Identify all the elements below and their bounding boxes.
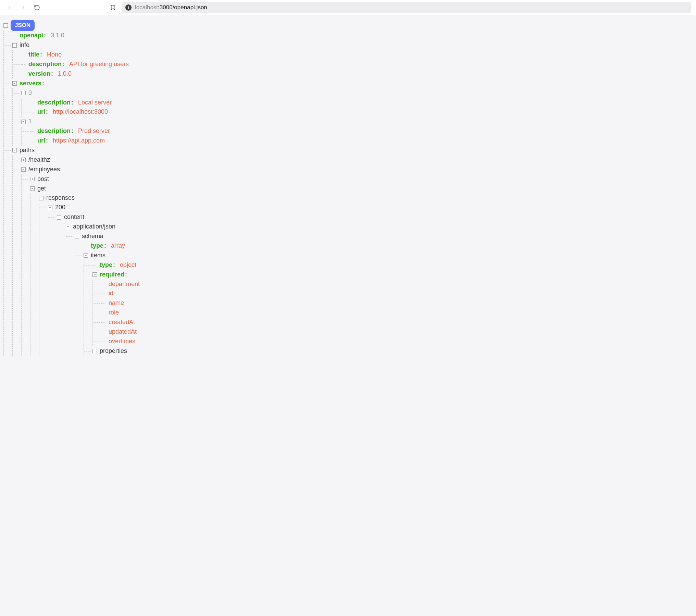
expand-toggle[interactable]: + <box>30 177 35 181</box>
collapse-toggle[interactable]: − <box>12 81 17 86</box>
tree-row[interactable]: − 200 <box>3 203 693 212</box>
bookmark-icon <box>110 4 116 11</box>
json-key: description <box>37 126 71 136</box>
tree-row[interactable]: − /employees <box>3 165 693 174</box>
reload-icon <box>34 4 40 11</box>
tree-row[interactable]: description: Local server <box>3 98 693 108</box>
json-key: post <box>37 174 49 184</box>
json-value: department <box>109 280 140 289</box>
json-key: description <box>37 98 71 108</box>
expand-toggle[interactable]: + <box>21 158 26 162</box>
collapse-toggle[interactable]: − <box>12 148 17 152</box>
json-key: url <box>37 136 45 146</box>
tree-row[interactable]: − responses <box>3 193 693 203</box>
tree-row[interactable]: title: Hono <box>3 50 693 60</box>
json-value: role <box>109 308 119 318</box>
collapse-toggle[interactable]: − <box>12 43 17 48</box>
json-value: API for greeting users <box>69 60 129 69</box>
url-host: localhost <box>135 4 158 11</box>
tree-row[interactable]: department <box>3 280 693 289</box>
collapse-toggle[interactable]: − <box>57 215 61 220</box>
json-key: /employees <box>28 165 60 174</box>
collapse-toggle[interactable]: − <box>3 23 8 28</box>
tree-row[interactable]: url: https://api.app.com <box>3 136 693 146</box>
collapse-toggle[interactable]: − <box>84 253 88 258</box>
tree-row[interactable]: overtimes <box>3 337 693 346</box>
browser-toolbar: i localhost:3000/openapi.json <box>0 0 696 15</box>
collapse-toggle[interactable]: − <box>21 167 26 172</box>
json-key: servers <box>20 79 41 88</box>
json-value: id <box>109 289 113 298</box>
collapse-toggle[interactable]: − <box>66 225 70 229</box>
collapse-toggle[interactable]: − <box>21 91 26 95</box>
json-value: array <box>111 241 125 251</box>
tree-row[interactable]: + /healthz <box>3 155 693 165</box>
json-value: object <box>120 260 136 270</box>
json-key: schema <box>82 232 103 241</box>
collapse-toggle[interactable]: − <box>92 272 97 277</box>
reload-button[interactable] <box>32 3 42 12</box>
chevron-right-icon <box>21 5 26 10</box>
json-key: info <box>20 40 29 50</box>
tree-row[interactable]: type: array <box>3 241 693 251</box>
json-value: http://localhost:3000 <box>53 107 108 117</box>
tree-row-root[interactable]: − JSON <box>3 20 693 31</box>
json-value: https://api.app.com <box>53 136 105 146</box>
tree-row[interactable]: − get <box>3 184 693 194</box>
json-key: /healthz <box>28 155 50 165</box>
json-value: name <box>109 298 124 308</box>
json-key: type <box>91 241 103 251</box>
json-value: updatedAt <box>109 327 137 337</box>
tree-row[interactable]: createdAt <box>3 318 693 327</box>
json-value: 1.0.0 <box>58 69 72 79</box>
tree-row[interactable]: openapi: 3.1.0 <box>3 31 693 40</box>
tree-row[interactable]: id <box>3 289 693 298</box>
tree-row[interactable]: description: API for greeting users <box>3 60 693 69</box>
collapse-toggle[interactable]: − <box>75 234 79 238</box>
site-info-icon[interactable]: i <box>125 4 132 11</box>
json-key: items <box>91 251 105 260</box>
json-key: paths <box>20 146 35 155</box>
collapse-toggle[interactable]: − <box>39 196 44 200</box>
collapse-toggle[interactable]: − <box>30 186 35 191</box>
tree-row[interactable]: − content <box>3 212 693 222</box>
json-key: 200 <box>55 203 65 212</box>
tree-row[interactable]: version: 1.0.0 <box>3 69 693 79</box>
url-text: localhost:3000/openapi.json <box>135 4 207 11</box>
json-key: title <box>28 50 39 60</box>
tree-row[interactable]: description: Prod server <box>3 126 693 136</box>
url-bar[interactable]: i localhost:3000/openapi.json <box>122 2 691 13</box>
tree-row[interactable]: − servers: <box>3 79 693 88</box>
url-port-path: :3000/openapi.json <box>158 4 207 11</box>
tree-row[interactable]: updatedAt <box>3 327 693 337</box>
json-key: url <box>37 107 45 117</box>
tree-row[interactable]: − properties <box>3 346 693 356</box>
tree-row[interactable]: − items <box>3 251 693 260</box>
tree-row[interactable]: role <box>3 308 693 318</box>
tree-row[interactable]: url: http://localhost:3000 <box>3 107 693 117</box>
tree-row[interactable]: name <box>3 298 693 308</box>
tree-row[interactable]: − 1 <box>3 117 693 126</box>
json-value: Local server <box>78 98 112 108</box>
json-value: createdAt <box>109 318 135 327</box>
collapse-toggle[interactable]: − <box>92 349 97 353</box>
tree-row[interactable]: − 0 <box>3 88 693 98</box>
bookmark-button[interactable] <box>108 3 118 12</box>
chevron-left-icon <box>7 5 12 10</box>
tree-row[interactable]: type: object <box>3 260 693 270</box>
collapse-toggle[interactable]: − <box>21 120 26 124</box>
tree-row[interactable]: − schema <box>3 232 693 241</box>
tree-row[interactable]: − required: <box>3 270 693 280</box>
forward-button[interactable] <box>18 3 28 12</box>
json-value: Hono <box>47 50 62 60</box>
tree-row[interactable]: − paths <box>3 146 693 155</box>
collapse-toggle[interactable]: − <box>48 206 52 210</box>
back-button[interactable] <box>5 3 14 12</box>
tree-row[interactable]: − info <box>3 40 693 50</box>
json-value: overtimes <box>109 337 135 346</box>
json-key: version <box>28 69 50 79</box>
json-key: responses <box>46 193 75 203</box>
tree-row[interactable]: + post <box>3 174 693 184</box>
tree-row[interactable]: − application/json <box>3 222 693 232</box>
json-value: Prod server <box>78 126 110 136</box>
